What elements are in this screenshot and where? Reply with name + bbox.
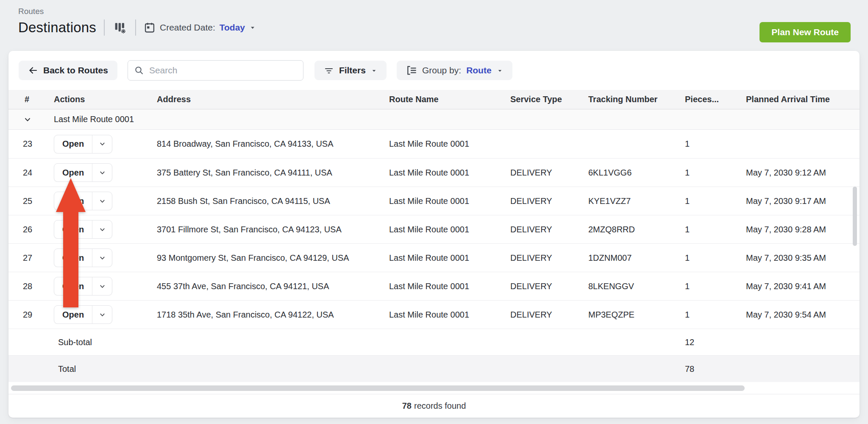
chevron-down-icon: [23, 115, 32, 124]
column-header-tracking: Tracking Number: [585, 95, 682, 104]
open-split-button: Open: [54, 135, 112, 153]
column-header-address: Address: [157, 95, 386, 104]
group-by-label: Group by:: [422, 65, 461, 75]
tracking-number-cell: 2MZQ8RRD: [585, 225, 682, 234]
actions-cell: Open: [47, 305, 157, 324]
open-button[interactable]: Open: [54, 192, 92, 210]
divider: [135, 20, 136, 36]
chevron-down-icon: [99, 169, 106, 176]
column-header-service: Service Type: [509, 95, 585, 104]
row-number: 25: [8, 196, 47, 206]
top-bar: Routes Destinations: [0, 0, 868, 51]
arrival-time-cell: May 7, 2030 9:41 AM: [742, 282, 860, 291]
back-to-routes-label: Back to Routes: [43, 65, 108, 75]
service-type-cell: DELIVERY: [509, 253, 585, 263]
filters-button[interactable]: Filters: [314, 61, 387, 80]
destination-row: 29Open1718 35th Ave, San Francisco, CA 9…: [8, 300, 860, 329]
service-type-cell: DELIVERY: [509, 282, 585, 291]
table-body: 23Open814 Broadway, San Francisco, CA 94…: [8, 130, 860, 329]
service-type-cell: DELIVERY: [509, 225, 585, 234]
open-button[interactable]: Open: [54, 135, 92, 153]
open-split-button: Open: [54, 192, 112, 210]
arrival-time-cell: May 7, 2030 9:17 AM: [742, 196, 860, 206]
address-cell: 455 37th Ave, San Francisco, CA 94121, U…: [157, 282, 386, 291]
destinations-panel: Back to Routes Filters Group by: Route: [8, 51, 860, 418]
group-label: Last Mile Route 0001: [47, 114, 134, 124]
search-input[interactable]: [149, 65, 297, 75]
tracking-number-cell: 8LKENGGV: [585, 282, 682, 291]
group-by-button[interactable]: Group by: Route: [397, 61, 512, 80]
open-dropdown-button[interactable]: [92, 277, 112, 295]
records-text: records found: [414, 401, 466, 411]
pieces-cell: 1: [682, 253, 742, 263]
filters-label: Filters: [339, 65, 366, 75]
chevron-down-icon: [99, 283, 106, 290]
row-number: 24: [8, 168, 47, 178]
caret-down-icon: [249, 24, 256, 31]
open-button[interactable]: Open: [54, 277, 92, 295]
open-button[interactable]: Open: [54, 249, 92, 267]
open-button[interactable]: Open: [54, 164, 92, 181]
plan-new-route-button[interactable]: Plan New Route: [760, 22, 851, 42]
destination-row: 28Open455 37th Ave, San Francisco, CA 94…: [8, 272, 860, 300]
created-date-filter[interactable]: Created Date: Today: [144, 22, 256, 33]
route-name-cell: Last Mile Route 0001: [386, 253, 509, 263]
address-cell: 814 Broadway, San Francisco, CA 94133, U…: [157, 139, 386, 149]
back-to-routes-button[interactable]: Back to Routes: [19, 61, 117, 80]
open-split-button: Open: [54, 277, 112, 296]
address-cell: 2158 Bush St, San Francisco, CA 94115, U…: [157, 196, 386, 206]
created-date-label: Created Date:: [160, 22, 215, 33]
chevron-down-icon: [99, 140, 106, 148]
subtotal-row: Sub-total 12: [8, 329, 860, 355]
tracking-number-cell: 6KL1VGG6: [585, 168, 682, 178]
route-name-cell: Last Mile Route 0001: [386, 282, 509, 291]
row-number: 28: [8, 282, 47, 291]
chevron-down-icon: [99, 254, 106, 262]
column-header-route: Route Name: [386, 95, 509, 104]
open-dropdown-button[interactable]: [92, 249, 112, 267]
column-header-pieces: Pieces...: [682, 95, 742, 104]
row-number: 23: [8, 139, 47, 149]
route-name-cell: Last Mile Route 0001: [386, 139, 509, 149]
group-collapse-button[interactable]: [8, 114, 47, 126]
open-dropdown-button[interactable]: [92, 164, 112, 181]
destination-row: 26Open3701 Fillmore St, San Francisco, C…: [8, 215, 860, 243]
open-dropdown-button[interactable]: [92, 220, 112, 238]
arrival-time-cell: May 7, 2030 9:35 AM: [742, 253, 860, 263]
created-date-value: Today: [220, 22, 245, 33]
horizontal-scrollbar-thumb[interactable]: [11, 385, 745, 391]
address-cell: 375 Battery St, San Francisco, CA 94111,…: [157, 168, 386, 178]
route-name-cell: Last Mile Route 0001: [386, 225, 509, 234]
open-button[interactable]: Open: [54, 220, 92, 238]
actions-cell: Open: [47, 192, 157, 210]
destination-row: 23Open814 Broadway, San Francisco, CA 94…: [8, 130, 860, 158]
caret-down-icon: [371, 67, 377, 74]
tracking-number-cell: MP3EQZPE: [585, 310, 682, 320]
open-split-button: Open: [54, 220, 112, 239]
pieces-cell: 1: [682, 196, 742, 206]
breadcrumb[interactable]: Routes: [18, 7, 44, 16]
pieces-cell: 1: [682, 168, 742, 178]
actions-cell: Open: [47, 135, 157, 153]
open-split-button: Open: [54, 248, 112, 267]
filter-icon: [324, 65, 334, 75]
group-row: Last Mile Route 0001: [8, 109, 860, 130]
pieces-cell: 1: [682, 310, 742, 320]
service-type-cell: DELIVERY: [509, 196, 585, 206]
calendar-icon: [144, 22, 156, 33]
horizontal-scrollbar: [8, 382, 860, 394]
open-dropdown-button[interactable]: [92, 192, 112, 210]
open-dropdown-button[interactable]: [92, 306, 112, 324]
column-settings-button[interactable]: [112, 20, 128, 35]
open-button[interactable]: Open: [54, 306, 92, 324]
divider: [104, 20, 105, 36]
actions-cell: Open: [47, 277, 157, 296]
row-number: 26: [8, 225, 47, 234]
chevron-down-icon: [99, 311, 106, 318]
vertical-scrollbar-thumb[interactable]: [853, 187, 857, 246]
caret-down-icon: [497, 67, 503, 74]
search-box: [128, 60, 303, 81]
actions-cell: Open: [47, 220, 157, 239]
records-found-status: 78 records found: [8, 394, 860, 418]
open-dropdown-button[interactable]: [92, 135, 112, 153]
